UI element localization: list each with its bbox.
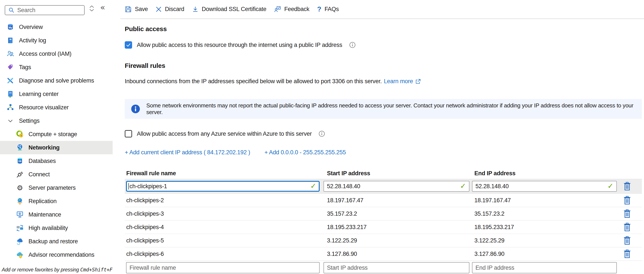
expand-collapse-all-icon[interactable] [88, 5, 95, 12]
sidebar-item-advisor[interactable]: Advisor recommendations [0, 248, 113, 261]
collapse-sidebar-icon[interactable]: « [100, 3, 105, 12]
rule-name-cell: ch-clickpipes-5 [125, 237, 324, 244]
sidebar-item-settings-group[interactable]: Settings [0, 114, 113, 128]
sidebar-item-diagnose[interactable]: Diagnose and solve problems [0, 74, 113, 87]
external-link-icon [415, 79, 421, 84]
diagnose-icon [6, 77, 14, 85]
favorites-hint: Add or remove favorites by pressing Cmd+… [2, 267, 112, 273]
table-header-row: Firewall rule name Start IP address End … [125, 168, 642, 179]
sidebar-item-maintenance[interactable]: Maintenance [0, 208, 113, 221]
command-bar: Save Discard Download SSL Certificate Fe… [120, 0, 644, 19]
new-rule-name-input[interactable] [126, 262, 320, 273]
sidebar-item-tags[interactable]: Tags [0, 61, 113, 74]
search-icon [8, 7, 15, 14]
add-client-ip-link[interactable]: + Add current client IP address ( 84.172… [125, 149, 250, 156]
rule-name-cell: ch-clickpipes-6 [125, 251, 324, 257]
sidebar-item-server-parameters[interactable]: ⚙ Server parameters [0, 181, 113, 194]
column-header-start-ip: Start IP address [324, 170, 472, 177]
azure-access-checkbox-row: Allow public access from any Azure servi… [125, 130, 642, 137]
end-ip-cell: 18.195.233.217 [472, 224, 623, 230]
end-ip-cell: 35.157.23.2 [472, 210, 623, 217]
add-all-ips-link[interactable]: + Add 0.0.0.0 - 255.255.255.255 [264, 149, 346, 156]
new-end-ip-input[interactable] [472, 262, 617, 273]
info-icon[interactable] [318, 131, 325, 137]
sidebar-item-replication[interactable]: Replication [0, 194, 113, 208]
start-ip-cell: 18.195.233.217 [324, 224, 472, 230]
download-ssl-button[interactable]: Download SSL Certificate [192, 6, 266, 13]
sidebar-item-label: Overview [19, 24, 43, 31]
search-box[interactable] [5, 5, 84, 15]
table-row: ch-clickpipes-6 3.127.86.90 3.127.86.90 [125, 247, 642, 261]
question-icon: ? [317, 5, 321, 13]
favorites-hint-keys: Cmd+Shift+F [80, 267, 112, 272]
public-access-checkbox[interactable] [125, 41, 132, 49]
sidebar-item-label: Diagnose and solve problems [19, 77, 94, 84]
rule-name-cell: ch-clickpipes-2 [125, 197, 324, 204]
svg-text:My: My [9, 26, 12, 29]
discard-button[interactable]: Discard [156, 6, 184, 13]
delete-rule-icon[interactable] [624, 249, 631, 258]
add-rule-links: + Add current client IP address ( 84.172… [125, 149, 642, 156]
sidebar-nav: My Overview Activity log Access control … [0, 20, 120, 261]
firewall-description: Inbound connections from the IP addresse… [125, 78, 382, 85]
sidebar-item-label: Learning center [19, 91, 58, 97]
delete-rule-icon[interactable] [624, 209, 631, 218]
end-ip-cell: 3.122.25.29 [472, 237, 623, 244]
search-input[interactable] [17, 7, 82, 14]
sidebar-item-compute-storage[interactable]: $ Compute + storage [0, 128, 113, 141]
sidebar-item-access-control[interactable]: Access control (IAM) [0, 47, 113, 61]
save-icon [125, 6, 132, 13]
azure-access-checkbox-label: Allow public access from any Azure servi… [137, 131, 312, 137]
delete-rule-icon[interactable] [624, 236, 631, 245]
feedback-button[interactable]: Feedback [274, 6, 309, 13]
firewall-rules-table: Firewall rule name Start IP address End … [125, 168, 642, 274]
end-ip-cell: 3.127.86.90 [472, 251, 623, 257]
sidebar-item-databases[interactable]: DB Databases [0, 154, 113, 168]
download-icon [192, 6, 198, 13]
sidebar-item-label: Activity log [19, 37, 46, 44]
valid-check-icon: ✓ [608, 182, 613, 190]
feedback-icon [274, 6, 281, 13]
end-ip-cell: 18.197.167.47 [472, 197, 623, 204]
azure-access-checkbox[interactable] [125, 130, 132, 137]
sidebar-item-label: Backup and restore [28, 238, 78, 245]
sidebar-item-backup-restore[interactable]: Backup and restore [0, 235, 113, 248]
rule-name-input[interactable] [126, 181, 320, 192]
sidebar-item-resource-visualizer[interactable]: Resource visualizer [0, 101, 113, 114]
delete-rule-icon[interactable] [624, 196, 631, 205]
rule-name-cell: ch-clickpipes-3 [125, 210, 324, 217]
save-button[interactable]: Save [125, 6, 148, 13]
sidebar-item-overview[interactable]: My Overview [0, 20, 113, 34]
sidebar-search-row: « [0, 0, 120, 20]
sidebar-item-activity-log[interactable]: Activity log [0, 34, 113, 47]
svg-text:101: 101 [9, 92, 12, 94]
info-banner: Some network environments may not report… [125, 99, 642, 119]
table-row: ch-clickpipes-5 3.122.25.29 3.122.25.29 [125, 234, 642, 247]
sidebar-item-label: Tags [19, 64, 31, 71]
start-ip-input[interactable] [324, 181, 470, 192]
sidebar-item-label: Resource visualizer [19, 104, 69, 111]
sidebar-item-label: Advisor recommendations [28, 251, 94, 258]
sidebar-item-networking[interactable]: Networking [0, 141, 113, 154]
firewall-rules-heading: Firewall rules [125, 62, 642, 69]
new-start-ip-input[interactable] [324, 262, 470, 273]
discard-x-icon [156, 6, 162, 12]
end-ip-input[interactable] [472, 181, 617, 192]
chevron-down-icon [6, 117, 14, 125]
sidebar-item-label: Connect [28, 171, 50, 178]
sidebar-item-learning-center[interactable]: 101 Learning center [0, 87, 113, 101]
table-row: ch-clickpipes-2 18.197.167.47 18.197.167… [125, 194, 642, 207]
sidebar-item-high-availability[interactable]: High availability [0, 221, 113, 235]
delete-rule-icon[interactable] [624, 182, 631, 191]
delete-rule-icon[interactable] [624, 223, 631, 231]
svg-text:$: $ [20, 134, 22, 137]
tags-icon [6, 63, 14, 71]
networking-pane: Public access Allow public access to thi… [120, 20, 644, 274]
sidebar-item-label: Maintenance [28, 211, 61, 218]
learn-more-link[interactable]: Learn more [384, 78, 413, 85]
faqs-button[interactable]: ? FAQs [317, 5, 339, 13]
sidebar-item-label: Settings [19, 118, 40, 124]
start-ip-cell: 18.197.167.47 [324, 197, 472, 204]
info-icon[interactable] [349, 42, 356, 48]
sidebar-item-connect[interactable]: Connect [0, 168, 113, 181]
